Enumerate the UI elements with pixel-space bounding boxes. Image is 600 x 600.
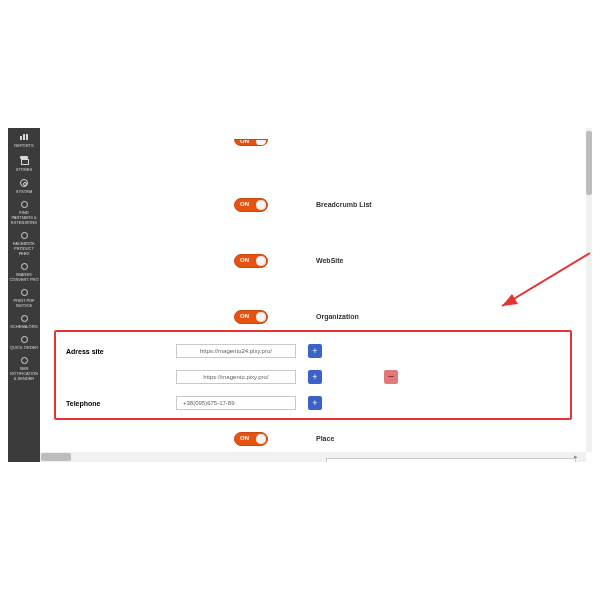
toggle-label: ON [240,139,249,144]
gear-icon [20,179,28,187]
sidebar-item-schemaorg[interactable]: SCHEMA.ORG [8,312,40,333]
setting-label-website: WebSite [268,257,580,264]
circle-icon [21,232,28,239]
circle-icon [21,357,28,364]
toggle-unknown[interactable]: ON [234,139,268,146]
toggle-knob [256,434,266,444]
circle-icon [21,315,28,322]
circle-icon [21,336,28,343]
chart-icon [19,131,29,141]
toggle-knob [256,312,266,322]
address-site-label: Adress site [60,348,176,355]
circle-icon [21,201,28,208]
sidebar-label: REPORTS [9,143,39,148]
scroll-thumb[interactable] [586,131,592,195]
toggle-label: ON [240,201,249,207]
toggle-label: ON [240,313,249,319]
sidebar-label: FIND PARTNERS & EXTENSIONS [9,210,39,225]
address-site-input-2[interactable] [176,370,296,384]
remove-address-button[interactable]: – [384,370,398,384]
store-icon [19,155,29,165]
toggle-organization[interactable]: ON [234,310,268,324]
toggle-label: ON [240,435,249,441]
toggle-place[interactable]: ON [234,432,268,446]
sidebar-label: PRINT PDF INVOICE [9,298,39,308]
sidebar-item-quick-order[interactable]: QUICK ORDER [8,333,40,354]
setting-label-place: Place [268,435,580,442]
settings-panel: ▸ ON [40,128,592,462]
sidebar-label: SMS NOTIFICATION & SENDER [9,366,39,381]
sidebar-label: SCHEMA.ORG [9,324,39,329]
add-telephone-button[interactable]: + [308,396,322,410]
toggle-knob [256,139,266,146]
organization-fields-highlight: Adress site + + – Telephone + [54,330,572,420]
circle-icon [21,263,28,270]
toggle-knob [256,200,266,210]
sidebar-item-reports[interactable]: REPORTS [8,128,40,152]
telephone-input[interactable] [176,396,296,410]
toggle-website[interactable]: ON [234,254,268,268]
telephone-label: Telephone [60,400,176,407]
toggle-label: ON [240,257,249,263]
sidebar-item-stores[interactable]: STORES [8,152,40,176]
toggle-breadcrumb[interactable]: ON [234,198,268,212]
admin-sidebar: REPORTS STORES SYSTEM FIND PARTNERS & EX… [8,128,40,462]
sidebar-label: IMAGES CONVERT PRO [9,272,39,282]
sidebar-item-sms[interactable]: SMS NOTIFICATION & SENDER [8,354,40,385]
sidebar-label: STORES [9,167,39,172]
address-site-input-1[interactable] [176,344,296,358]
name-input[interactable] [326,458,576,462]
add-address-button-2[interactable]: + [308,370,322,384]
sidebar-item-images-convert[interactable]: IMAGES CONVERT PRO [8,260,40,286]
circle-icon [21,289,28,296]
toggle-knob [256,256,266,266]
sidebar-label: SYSTEM [9,189,39,194]
sidebar-item-system[interactable]: SYSTEM [8,176,40,198]
setting-label-organization: Organization [268,313,580,320]
sidebar-item-fb-feed[interactable]: FACEBOOK PRODUCT FEED [8,229,40,260]
sidebar-label: FACEBOOK PRODUCT FEED [9,241,39,256]
sidebar-item-pdf-invoice[interactable]: PRINT PDF INVOICE [8,286,40,312]
sidebar-label: QUICK ORDER [9,345,39,350]
name-label: Name [40,462,192,463]
add-address-button-1[interactable]: + [308,344,322,358]
sidebar-item-partners[interactable]: FIND PARTNERS & EXTENSIONS [8,198,40,229]
setting-label-breadcrumb: Breadcrumb List [268,201,580,208]
vertical-scrollbar[interactable] [586,128,592,452]
